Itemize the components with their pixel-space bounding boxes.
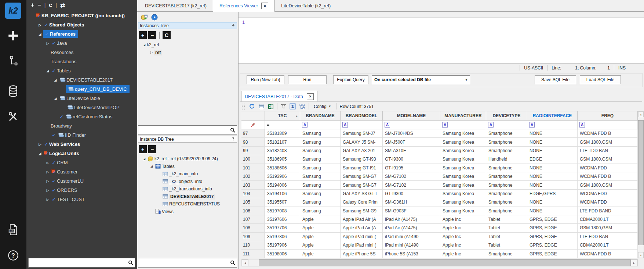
tree-expander-icon[interactable]: ◢ — [37, 152, 43, 155]
k2-logo[interactable]: k2 — [0, 3, 26, 19]
table-row[interactable]: 10035186905SamsungSamsung GT-I93GT-I9300… — [241, 155, 638, 164]
sidebar-item-tables[interactable]: ◢✓Tables — [26, 66, 137, 75]
help-icon[interactable]: ? — [0, 250, 26, 261]
scroll-right-icon[interactable]: ► — [631, 259, 637, 266]
add-icon[interactable] — [0, 29, 26, 42]
table-row[interactable]: 9935182408SamsungGALAXY A3 201SM-A310FSa… — [241, 147, 638, 155]
table-row[interactable]: 10335194006SamsungSamsung SM-G7SM-G7102S… — [241, 181, 638, 189]
column-header-devicetype[interactable]: DEVICETYPE — [486, 111, 527, 120]
tree-expander-icon[interactable]: ◢ — [142, 157, 147, 161]
sidebar-item-orders[interactable]: ▷✓ORDERS — [26, 186, 137, 195]
tree-expander-icon[interactable]: ▷ — [45, 161, 51, 165]
close-icon[interactable]: × — [307, 93, 314, 100]
column-header-freq[interactable]: FREQ — [578, 111, 638, 120]
tree-item-devicestable2017[interactable]: DEVICESTABLE2017 — [137, 193, 238, 201]
instance-db-remove-button[interactable]: − — [148, 145, 156, 153]
remove-node-button[interactable]: − — [37, 2, 41, 8]
text-filter-icon[interactable]: A — [442, 122, 448, 128]
horizontal-scroll-track[interactable] — [248, 259, 259, 266]
sidebar-item-customerlu[interactable]: ▷✓CustomerLU — [26, 176, 137, 186]
filter-cell-brandname[interactable]: A — [300, 121, 341, 129]
table-row[interactable]: 10135188606SamsungSamsung GT-I91GT-I9195… — [241, 164, 638, 172]
tree-expander-icon[interactable]: ▷ — [45, 189, 51, 192]
table-row[interactable]: 9835182107SamsungGALAXY J5 SM-SM-J500FSa… — [241, 138, 638, 146]
project-search-input[interactable] — [29, 258, 127, 267]
table-row[interactable]: 10435194106SamsungGALAXY S3 GT-IGT-I9300… — [241, 190, 638, 198]
column-header-brandmodel[interactable]: BRANDMODEL — [341, 111, 383, 120]
tab-litedevicetable-k2-ref[interactable]: LiteDeviceTable (k2_ref) — [275, 0, 337, 11]
sync-button[interactable]: ⇄ — [60, 2, 65, 9]
sidebar-item-web-services[interactable]: ▷✓Web Services — [26, 140, 137, 149]
tree-item-refcustomerstatus[interactable]: REFCUSTOMERSTATUS — [137, 200, 238, 208]
tree-item-k2-ref-ref-07-09-2020-9-09-24[interactable]: ◢k2_ref - ref (07/09/2020 9:09:24) — [137, 155, 238, 163]
tab-references-viewer[interactable]: References Viewer× — [213, 0, 275, 12]
sidebar-item-logical-units[interactable]: ◢✓Logical Units — [26, 149, 137, 158]
column-header-brandname[interactable]: BRANDNAME — [300, 111, 341, 120]
table-row[interactable]: 10735197606AppleApple iPad Air (AiPad Ai… — [241, 215, 638, 224]
table-row[interactable]: 10835197706AppleApple iPad Air (AiPad Ai… — [241, 224, 638, 232]
text-filter-icon[interactable]: A — [488, 122, 494, 128]
text-filter-icon[interactable]: A — [529, 122, 535, 128]
sidebar-item-iid-finder[interactable]: ✓IID Finder — [26, 130, 137, 140]
sidebar-item-litedevicetable[interactable]: ◢LiteDeviceTable — [26, 94, 137, 103]
table-row[interactable]: 11135198006AppleApple iPhone 5SiPhone 5S… — [241, 250, 638, 258]
instances-remove-button[interactable]: − — [148, 31, 156, 39]
tree-expander-icon[interactable]: ◢ — [37, 32, 43, 36]
sidebar-item-broadway[interactable]: Broadway — [26, 121, 137, 130]
table-row[interactable]: 10535195507SamsungGalaxy Core PrimSM-G36… — [241, 198, 638, 207]
instances-search[interactable] — [138, 125, 237, 135]
filter-cell-radiointerface[interactable]: A — [527, 121, 578, 129]
explain-query-button[interactable]: Explain Query — [333, 75, 368, 84]
sidebar-item-test-cust[interactable]: ▷✓TEST_CUST — [26, 195, 137, 204]
tree-item-k2-ref[interactable]: ◢k2_ref — [137, 41, 238, 49]
sidebar-item-translations[interactable]: Translations — [26, 57, 137, 66]
tools-icon[interactable] — [0, 111, 26, 123]
sidebar-item-litedevicemodelpop[interactable]: LiteDeviceModelPOP — [26, 103, 137, 112]
vertical-scroll-thumb[interactable] — [638, 120, 644, 245]
tree-item-tables[interactable]: ◢Tables — [137, 163, 238, 171]
save-sql-file-button[interactable]: Save SQL File — [535, 75, 576, 84]
scroll-down-icon[interactable]: ▼ — [638, 252, 644, 258]
tree-item-k2-transactions-info[interactable]: _k2_transactions_info — [137, 185, 238, 193]
table-row[interactable]: 10935197806AppleApple iPad mini (iPad mi… — [241, 233, 638, 241]
filter-cell-devicetype[interactable]: A — [486, 121, 527, 129]
db-tree-search[interactable] — [138, 258, 237, 268]
tree-expander-icon[interactable]: ◢ — [142, 43, 147, 47]
tree-expander-icon[interactable]: ◢ — [52, 78, 58, 82]
pin-icon[interactable] — [231, 137, 235, 141]
tree-expander-icon[interactable]: ◢ — [45, 69, 51, 73]
text-filter-icon[interactable]: A — [385, 122, 390, 128]
run-button[interactable]: Run — [288, 75, 327, 84]
text-filter-icon[interactable]: A — [302, 122, 308, 128]
tree-expander-icon[interactable]: ▷ — [45, 198, 51, 201]
numeric-filter-icon[interactable]: = — [267, 122, 269, 128]
print-icon[interactable] — [258, 104, 265, 110]
sum-icon[interactable]: Σ — [290, 103, 296, 110]
tree-item-ref[interactable]: ▷ref — [137, 49, 238, 57]
table-row[interactable]: 9735181809SamsungSamsung SM-J7SM-J700H/D… — [241, 129, 638, 138]
sidebar-item-references[interactable]: ◢✓References — [26, 29, 137, 39]
tree-expander-icon[interactable]: ◢ — [52, 97, 58, 100]
sidebar-item-refcustomerstatus[interactable]: ✓refCustomerStatus — [26, 112, 137, 121]
horizontal-scroll-thumb[interactable] — [259, 259, 631, 266]
db-target-select[interactable]: On current selected DB file ▼ — [372, 75, 470, 84]
config-dropdown[interactable]: Config ▼ — [312, 104, 333, 109]
db-export-icon[interactable] — [141, 14, 148, 21]
tree-expander-icon[interactable]: ▷ — [45, 170, 51, 174]
filter-cell-freq[interactable]: A — [578, 121, 638, 129]
log-file-icon[interactable]: LOG — [0, 224, 26, 235]
column-header-radiointerface[interactable]: RADIOINTERFACE — [527, 111, 578, 120]
export-excel-icon[interactable]: X — [268, 104, 274, 110]
instances-search-input[interactable] — [138, 126, 229, 134]
run-new-tab-button[interactable]: Run (New Tab) — [247, 75, 284, 84]
tree-expander-icon[interactable]: ▷ — [45, 42, 51, 45]
grid-vertical-scrollbar[interactable]: ▲ ▼ — [638, 111, 644, 258]
sidebar-item-customer[interactable]: ▷✓Customer — [26, 167, 137, 176]
sidebar-item-crm[interactable]: ▷✓CRM — [26, 158, 137, 167]
scroll-left-icon[interactable]: ◄ — [242, 259, 248, 266]
unpin-icon[interactable] — [251, 122, 255, 127]
sidebar-item-kb-fabric-project-no-branch[interactable]: ✓KB_FABRIC_PROJECT ((no branch)) — [26, 11, 137, 20]
scroll-up-icon[interactable]: ▲ — [638, 111, 644, 117]
instances-refresh-button[interactable]: C — [163, 31, 171, 39]
project-search[interactable] — [28, 258, 135, 268]
